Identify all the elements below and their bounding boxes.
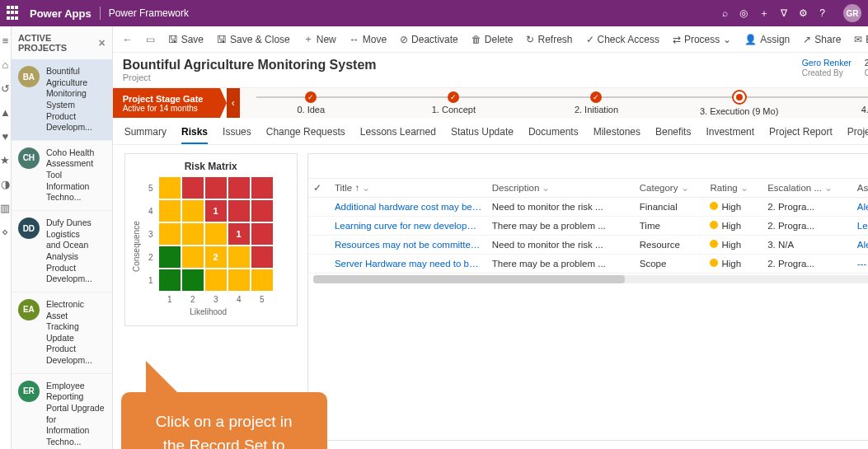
matrix-cell[interactable] — [251, 269, 273, 291]
matrix-cell[interactable]: 1 — [228, 223, 250, 245]
tab-status-update[interactable]: Status Update — [451, 121, 514, 144]
assigned-to-link[interactable]: --- — [852, 255, 868, 274]
project-item[interactable]: CH Coho HealthAssessment ToolInformation… — [12, 141, 112, 211]
project-item[interactable]: DD Dufy Dunes Logisticsand Ocean Analysi… — [12, 211, 112, 292]
stage-idea[interactable]: ✓0. Idea — [240, 91, 382, 115]
risk-row[interactable]: Resources may not be committed long term… — [308, 236, 868, 255]
column-header[interactable]: Description ⌄ — [487, 179, 635, 198]
tab-benefits[interactable]: Benefits — [655, 121, 691, 144]
tab-risks[interactable]: Risks — [181, 121, 208, 144]
save-close-button[interactable]: 🖫Save & Close — [212, 34, 295, 45]
move-button[interactable]: ↔Move — [345, 34, 392, 45]
close-icon[interactable]: × — [98, 36, 105, 49]
matrix-cell[interactable] — [228, 200, 250, 222]
settings-icon[interactable]: ⚙ — [799, 7, 808, 19]
email-link-button[interactable]: ✉Email a Link⌄ — [849, 34, 868, 45]
risk-title-link[interactable]: Learning curve for new development tools — [330, 217, 487, 236]
assigned-to-link[interactable]: Alex Wilber — [852, 198, 868, 217]
tab-documents[interactable]: Documents — [528, 121, 579, 144]
deactivate-button[interactable]: ⊘Deactivate — [395, 34, 463, 45]
process-button[interactable]: ⇄Process⌄ — [668, 34, 736, 45]
refresh-button[interactable]: ↻Refresh — [521, 34, 577, 45]
project-item[interactable]: ER Employee ReportingPortal Upgrade forI… — [12, 374, 112, 449]
matrix-cell[interactable] — [182, 269, 204, 291]
risk-row[interactable]: Server Hardware may need to be virtualiz… — [308, 255, 868, 274]
heart-icon[interactable]: ♥ — [2, 130, 9, 143]
matrix-cell[interactable]: 1 — [205, 200, 227, 222]
stage-closure[interactable]: 4. Closure — [810, 91, 868, 115]
open-new-icon[interactable]: ▭ — [141, 34, 160, 45]
matrix-cell[interactable] — [205, 177, 227, 199]
app-launcher-icon[interactable] — [7, 6, 21, 21]
tab-summary[interactable]: Summary — [124, 121, 167, 144]
user-avatar[interactable]: GR — [843, 4, 861, 22]
star-icon[interactable]: ★ — [0, 154, 10, 166]
assigned-to-link[interactable]: Lee Gu — [852, 217, 868, 236]
risk-title-link[interactable]: Additional hardware cost may be encounte… — [330, 198, 487, 217]
matrix-cell[interactable] — [228, 246, 250, 268]
check-access-button[interactable]: ✓Check Access — [581, 34, 664, 45]
assigned-to-link[interactable]: Alex Wilber — [852, 236, 868, 255]
matrix-cell[interactable] — [182, 223, 204, 245]
history-icon[interactable]: ↺ — [1, 82, 10, 95]
tab-lessons-learned[interactable]: Lessons Learned — [360, 121, 436, 144]
stage-gate-indicator[interactable]: Project Stage Gate Active for 14 months — [113, 88, 220, 118]
stage-concept[interactable]: ✓1. Concept — [382, 91, 525, 115]
tab-change-requests[interactable]: Change Requests — [266, 121, 345, 144]
matrix-cell[interactable] — [205, 223, 227, 245]
stage-initiation[interactable]: ✓2. Initiation — [525, 91, 668, 115]
matrix-cell[interactable] — [159, 200, 181, 222]
matrix-cell[interactable] — [228, 269, 250, 291]
filter-icon[interactable]: ∇ — [781, 7, 787, 19]
matrix-cell[interactable] — [159, 177, 181, 199]
tab-milestones[interactable]: Milestones — [594, 121, 640, 144]
project-item[interactable]: BA Bountiful AgricultureMonitoring Syste… — [12, 59, 112, 141]
help-icon[interactable]: ? — [819, 7, 825, 19]
column-header[interactable]: Title ↑ ⌄ — [330, 179, 487, 198]
column-header[interactable]: Escalation ... ⌄ — [762, 179, 852, 198]
matrix-cell[interactable] — [159, 223, 181, 245]
matrix-cell[interactable]: 2 — [205, 246, 227, 268]
target-icon[interactable]: ◎ — [739, 7, 748, 19]
shield-icon[interactable]: ◑ — [1, 178, 10, 190]
alert-icon[interactable]: ▲ — [0, 106, 11, 119]
link-icon[interactable]: ⋄ — [2, 226, 8, 238]
calendar-icon[interactable]: ▥ — [0, 202, 10, 214]
matrix-cell[interactable] — [251, 200, 273, 222]
menu-icon[interactable]: ≡ — [2, 35, 9, 47]
new-button[interactable]: ＋New — [298, 32, 341, 46]
risk-title-link[interactable]: Resources may not be committed long term… — [330, 236, 487, 255]
risk-row[interactable]: Learning curve for new development tools… — [308, 217, 868, 236]
home-icon[interactable]: ⌂ — [2, 58, 9, 71]
matrix-cell[interactable] — [251, 246, 273, 268]
matrix-cell[interactable] — [182, 246, 204, 268]
search-icon[interactable]: ⌕ — [722, 7, 728, 19]
stage-execution[interactable]: 3. Execution (9 Mo) — [668, 90, 810, 116]
back-icon[interactable]: ← — [118, 34, 138, 45]
risk-row[interactable]: Additional hardware cost may be encounte… — [308, 198, 868, 217]
delete-button[interactable]: 🗑Delete — [467, 34, 518, 45]
matrix-cell[interactable] — [251, 177, 273, 199]
save-button[interactable]: 🖫Save — [163, 34, 209, 45]
matrix-cell[interactable] — [205, 269, 227, 291]
matrix-cell[interactable] — [159, 269, 181, 291]
matrix-cell[interactable] — [159, 246, 181, 268]
matrix-cell[interactable] — [228, 177, 250, 199]
matrix-cell[interactable] — [182, 177, 204, 199]
plus-icon[interactable]: ＋ — [759, 7, 769, 21]
column-header[interactable]: Assigned To ⌄ — [852, 179, 868, 198]
horizontal-scrollbar[interactable] — [313, 275, 868, 283]
tab-project-team[interactable]: Project Team — [847, 121, 868, 144]
select-all[interactable]: ✓ — [308, 179, 330, 198]
tab-project-report[interactable]: Project Report — [769, 121, 833, 144]
stage-prev-icon[interactable]: ‹ — [227, 88, 240, 118]
column-header[interactable]: Category ⌄ — [635, 179, 706, 198]
tab-investment[interactable]: Investment — [706, 121, 754, 144]
project-item[interactable]: EA Electronic AssetTracking UpdateProduc… — [12, 292, 112, 374]
tab-issues[interactable]: Issues — [223, 121, 251, 144]
risk-title-link[interactable]: Server Hardware may need to be virtualiz… — [330, 255, 487, 274]
share-button[interactable]: ↗Share — [798, 34, 846, 45]
matrix-cell[interactable] — [182, 200, 204, 222]
matrix-cell[interactable] — [251, 223, 273, 245]
assign-button[interactable]: 👤Assign — [739, 34, 795, 45]
